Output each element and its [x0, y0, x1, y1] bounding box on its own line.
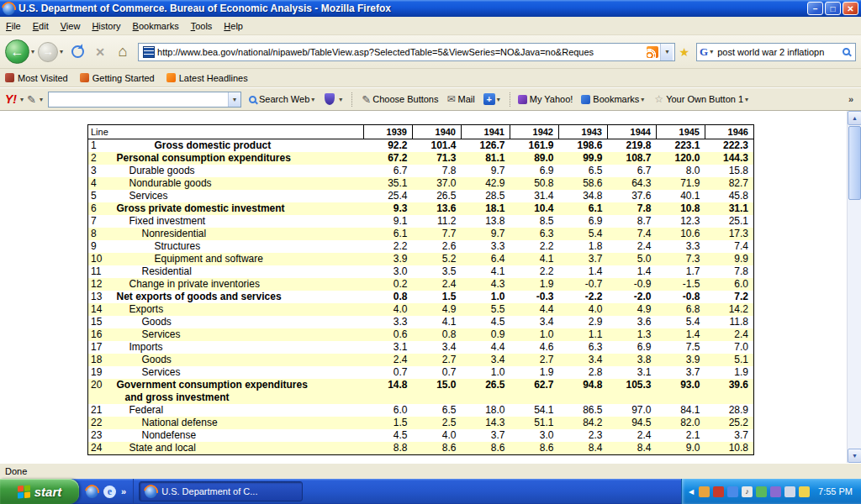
table-row: 17Imports3.13.44.44.66.36.97.57.0 [88, 341, 754, 354]
menu-bookmarks[interactable]: Bookmarks [127, 18, 185, 34]
menu-file[interactable]: File [0, 18, 27, 34]
mail-button[interactable]: ✉ Mail [446, 93, 474, 105]
yahoo-search-input[interactable] [49, 94, 228, 104]
row-value: 6.0 [364, 404, 413, 417]
row-line-number: 11 [88, 265, 112, 278]
scrollbar-thumb[interactable] [848, 126, 861, 200]
network-tray-icon[interactable] [784, 486, 795, 497]
antispy-shield-button[interactable]: ▾ [325, 93, 344, 105]
taskbar-window-button[interactable]: U.S. Department of C... [139, 481, 303, 501]
row-value: 28.5 [462, 190, 510, 202]
row-value: 54.1 [510, 404, 559, 417]
row-value: 105.3 [608, 379, 657, 404]
row-value: 108.7 [608, 152, 657, 165]
row-value: 3.4 [559, 354, 608, 366]
mail-icon: ✉ [446, 93, 455, 105]
web-search-box[interactable]: G ▾ [696, 43, 856, 61]
power-tray-icon[interactable] [799, 486, 810, 497]
volume-tray-icon[interactable]: ♪ [742, 486, 753, 497]
add-button[interactable]: + ▾ [483, 93, 502, 105]
alert-tray-icon[interactable] [699, 486, 710, 497]
yahoo-search-box[interactable]: ▾ [48, 92, 241, 108]
stop-button[interactable]: ✕ [90, 42, 110, 62]
back-dropdown-icon[interactable]: ▾ [31, 48, 34, 55]
vertical-scrollbar[interactable]: ▲ ▼ [847, 111, 861, 463]
menu-help[interactable]: Help [218, 18, 249, 34]
rss-feed-icon[interactable] [647, 46, 658, 58]
pencil-icon[interactable]: ✎ [27, 93, 36, 106]
forward-button[interactable]: → [38, 42, 58, 62]
search-input[interactable] [717, 47, 843, 57]
bookmark-latest-headlines[interactable]: Latest Headlines [166, 73, 248, 83]
update-tray-icon[interactable] [756, 486, 767, 497]
firefox-icon [145, 486, 157, 498]
scroll-down-icon[interactable]: ▼ [848, 449, 861, 463]
quicklaunch-overflow-chevron[interactable]: » [121, 486, 126, 496]
yahoo-logo-icon[interactable]: Y! [5, 92, 17, 106]
row-value: 6.3 [510, 228, 559, 240]
row-value: 4.4 [462, 341, 510, 354]
table-row: 11Residential3.03.54.12.21.41.41.77.8 [88, 265, 754, 278]
nipa-data-table: Line 19391940194119421943194419451946 1G… [87, 124, 754, 455]
row-value: 26.5 [462, 379, 510, 404]
forward-dropdown-icon[interactable]: ▾ [60, 48, 63, 55]
table-row: 10Equipment and software3.95.26.44.13.75… [88, 253, 754, 265]
yahoo-dropdown-icon[interactable]: ▾ [20, 96, 24, 103]
row-value: 18.1 [462, 202, 510, 215]
security-tray-icon[interactable] [713, 486, 724, 497]
menu-edit[interactable]: Edit [27, 18, 55, 34]
row-value: 8.8 [364, 442, 413, 455]
title-bar[interactable]: U.S. Department of Commerce. Bureau of E… [0, 0, 861, 17]
search-web-button[interactable]: Search Web ▾ [249, 94, 316, 104]
search-go-icon[interactable] [843, 48, 850, 55]
pencil-dropdown-icon[interactable]: ▾ [40, 96, 43, 103]
start-button[interactable]: start [0, 479, 79, 504]
row-label: Nondurable goods [112, 177, 364, 190]
back-button[interactable]: ← [5, 39, 29, 64]
row-value: 1.4 [657, 328, 705, 341]
row-value: 7.3 [657, 253, 705, 265]
toolbar-overflow-chevron[interactable]: » [846, 94, 856, 104]
menu-tools[interactable]: Tools [185, 18, 219, 34]
your-own-button[interactable]: ☆ Your Own Button 1 ▾ [654, 93, 750, 105]
maximize-button[interactable]: □ [825, 2, 841, 15]
firefox-quicklaunch-icon[interactable] [86, 486, 98, 498]
scroll-up-icon[interactable]: ▲ [848, 111, 861, 125]
yahoo-search-dropdown[interactable]: ▾ [228, 92, 240, 107]
google-engine-icon[interactable]: G [700, 45, 708, 59]
search-web-dropdown-icon: ▾ [311, 96, 314, 103]
close-button[interactable]: ✕ [843, 2, 858, 15]
device-tray-icon[interactable] [770, 486, 781, 497]
menu-history[interactable]: History [86, 18, 126, 34]
url-history-dropdown[interactable]: ▾ [660, 44, 673, 60]
row-value: 1.5 [364, 417, 413, 429]
url-input[interactable] [157, 47, 645, 57]
row-value: 17.3 [705, 228, 754, 240]
row-value: 0.7 [413, 366, 462, 379]
row-value: 3.8 [608, 354, 657, 366]
reload-button[interactable] [67, 42, 87, 62]
row-value: 4.0 [413, 429, 462, 442]
row-value: 3.7 [657, 366, 705, 379]
row-value: 3.5 [413, 265, 462, 278]
bookmark-most-visited[interactable]: Most Visited [5, 73, 68, 83]
ie-quicklaunch-icon[interactable]: e [103, 486, 116, 498]
address-bar[interactable]: ▾ [138, 43, 675, 61]
home-button[interactable]: ⌂ [113, 42, 133, 62]
bookmark-getting-started[interactable]: Getting Started [80, 73, 155, 83]
my-yahoo-button[interactable]: My Yahoo! [518, 94, 573, 104]
row-line-number: 17 [88, 341, 112, 354]
row-value: 7.4 [705, 240, 754, 253]
messenger-tray-icon[interactable] [727, 486, 738, 497]
label-column-header [112, 125, 364, 139]
engine-dropdown-icon[interactable]: ▾ [710, 48, 713, 55]
row-value: 2.6 [413, 240, 462, 253]
bookmark-label: Latest Headlines [179, 73, 248, 83]
yahoo-bookmarks-button[interactable]: Bookmarks ▾ [581, 94, 646, 104]
row-value: 8.0 [657, 165, 705, 177]
minimize-button[interactable]: – [807, 2, 823, 15]
choose-buttons-button[interactable]: ✎ Choose Buttons [360, 93, 438, 106]
hide-tray-icons-chevron[interactable]: ◀ [689, 488, 694, 496]
bookmark-star-icon[interactable]: ★ [679, 45, 689, 59]
menu-view[interactable]: View [55, 18, 87, 34]
